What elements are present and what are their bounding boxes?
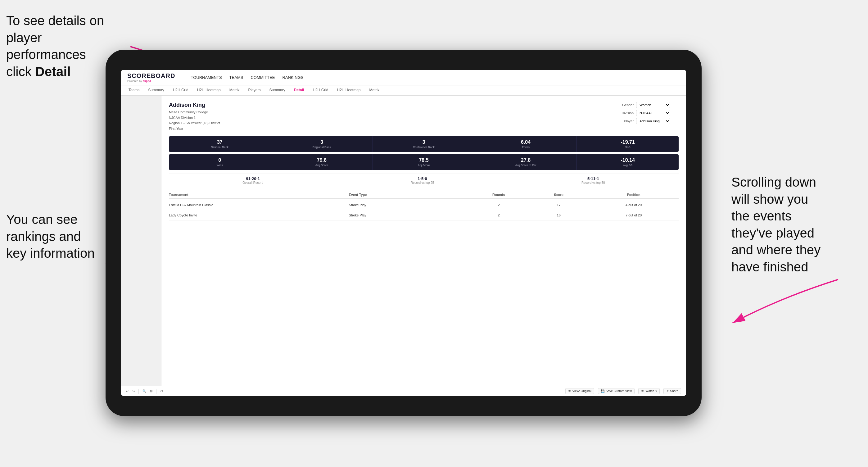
watch-chevron: ▾	[655, 390, 657, 393]
th-event-type: Event Type	[349, 193, 469, 196]
record-top50-value: 5-11-1	[582, 176, 605, 181]
subnav-h2h-grid1[interactable]: H2H Grid	[172, 85, 190, 95]
td-score-2: 16	[529, 213, 589, 217]
table-header: Tournament Event Type Rounds Score Posit…	[169, 191, 679, 199]
toolbar-sep2	[156, 389, 156, 394]
view-original-button[interactable]: 👁 View: Original	[565, 388, 594, 394]
player-name: Addison King	[169, 102, 220, 108]
annotation-bottomleft: You can see rankings and key information	[6, 211, 121, 262]
nav-links: TOURNAMENTS TEAMS COMMITTEE RANKINGS	[191, 74, 303, 81]
td-tournament-2: Lady Coyote Invite	[169, 213, 349, 217]
th-score: Score	[529, 193, 589, 196]
toolbar-clock-icon[interactable]: ⏱	[160, 390, 163, 393]
subnav-matrix2[interactable]: Matrix	[368, 85, 381, 95]
subnav-detail[interactable]: Detail	[293, 85, 306, 95]
subnav-h2h-heatmap2[interactable]: H2H Heatmap	[336, 85, 362, 95]
table-row: Estella CC- Mountain Classic Stroke Play…	[169, 200, 679, 210]
stat-points-value: 6.04	[477, 139, 574, 145]
player-region: Region 1 - Southwest (18) District	[169, 121, 220, 126]
toolbar-zoom-icon[interactable]: 🔍	[143, 390, 146, 393]
record-top25-label: Record vs top 25	[411, 181, 434, 184]
stat-sos-value: -19.71	[579, 139, 676, 145]
stat-sos-label: SoS	[579, 146, 676, 149]
stat-avg-score-par-value: 27.8	[477, 157, 574, 163]
annotation-bottomright: Scrolling down will show you the events …	[732, 174, 862, 276]
main-content: Addison King Mesa Community College NJCA…	[121, 96, 686, 386]
stat-avg-score: 79.6 Avg Score	[271, 154, 373, 170]
td-rounds-1: 2	[469, 203, 529, 207]
toolbar-redo-icon[interactable]: ↪	[132, 390, 135, 393]
th-rounds: Rounds	[469, 193, 529, 196]
player-division: NJCAA Division 1	[169, 115, 220, 121]
sidebar	[121, 96, 161, 386]
arrow-events	[702, 273, 857, 335]
stat-avg-score-par-label: Avg Score to Par	[477, 164, 574, 167]
save-icon: 💾	[601, 390, 604, 393]
records-row: 91-20-1 Overall Record 1-5-0 Record vs t…	[169, 174, 679, 187]
filter-player-select[interactable]: Addison King	[636, 118, 670, 124]
stat-conference-rank: 3 Conference Rank	[373, 136, 475, 152]
nav-bar: SCOREBOARD Powered by clippd TOURNAMENTS…	[121, 70, 686, 85]
stat-adj-score-label: Adj Score	[375, 164, 472, 167]
stat-wins: 0 Wins	[169, 154, 271, 170]
td-score-1: 17	[529, 203, 589, 207]
save-custom-button[interactable]: 💾 Save Custom View	[598, 388, 634, 394]
filter-player-row: Player Addison King	[617, 118, 679, 124]
stat-regional-rank-value: 3	[274, 139, 370, 145]
watch-button[interactable]: 👁 Watch ▾	[638, 388, 660, 394]
td-event-1: Stroke Play	[349, 203, 469, 207]
record-overall: 91-20-1 Overall Record	[243, 176, 263, 184]
stat-sos: -19.71 SoS	[577, 136, 679, 152]
record-top25: 1-5-0 Record vs top 25	[411, 176, 434, 184]
filter-division-label: Division	[617, 111, 633, 115]
record-top50-label: Record vs top 50	[582, 181, 605, 184]
view-original-icon: 👁	[568, 390, 571, 393]
nav-tournaments[interactable]: TOURNAMENTS	[191, 74, 222, 81]
player-detail: Addison King Mesa Community College NJCA…	[161, 96, 686, 386]
td-tournament-1: Estella CC- Mountain Classic	[169, 203, 349, 207]
filter-division-select[interactable]: NJCAA I	[636, 110, 670, 116]
nav-committee[interactable]: COMMITTEE	[251, 74, 275, 81]
tablet: SCOREBOARD Powered by clippd TOURNAMENTS…	[105, 50, 702, 416]
th-position: Position	[589, 193, 679, 196]
tablet-screen: SCOREBOARD Powered by clippd TOURNAMENTS…	[121, 70, 686, 396]
stat-avg-sg: -10.14 Avg SG	[577, 154, 679, 170]
stat-national-rank-value: 37	[172, 139, 268, 145]
nav-rankings[interactable]: RANKINGS	[282, 74, 303, 81]
stat-regional-rank: 3 Regional Rank	[271, 136, 373, 152]
subnav-h2h-grid2[interactable]: H2H Grid	[311, 85, 330, 95]
stat-adj-score: 78.5 Adj Score	[373, 154, 475, 170]
bottom-toolbar: ↩ ↪ 🔍 ⊞ ⏱ 👁 View: Original 💾 Save Custom…	[121, 386, 686, 396]
toolbar-undo-icon[interactable]: ↩	[126, 390, 128, 393]
nav-teams[interactable]: TEAMS	[229, 74, 243, 81]
stat-adj-score-value: 78.5	[375, 157, 472, 163]
player-year: First Year	[169, 126, 220, 132]
stat-national-rank-label: National Rank	[172, 146, 268, 149]
share-button[interactable]: ↗ Share	[663, 388, 681, 394]
stat-avg-score-label: Avg Score	[274, 164, 370, 167]
stat-avg-sg-label: Avg SG	[579, 164, 676, 167]
player-college: Mesa Community College	[169, 110, 220, 115]
watch-icon: 👁	[641, 390, 644, 393]
logo-area: SCOREBOARD Powered by clippd	[127, 72, 175, 83]
record-top50: 5-11-1 Record vs top 50	[582, 176, 605, 184]
logo-powered: Powered by clippd	[127, 80, 175, 83]
subnav-summary1[interactable]: Summary	[147, 85, 165, 95]
subnav-matrix1[interactable]: Matrix	[228, 85, 241, 95]
table-row: Lady Coyote Invite Stroke Play 2 16 7 ou…	[169, 210, 679, 220]
subnav-summary2[interactable]: Summary	[268, 85, 286, 95]
stats-row2: 0 Wins 79.6 Avg Score 78.5 Adj Score 27.…	[169, 154, 679, 170]
toolbar-fit-icon[interactable]: ⊞	[150, 390, 152, 393]
stats-row1: 37 National Rank 3 Regional Rank 3 Confe…	[169, 136, 679, 152]
filter-division-row: Division NJCAA I	[617, 110, 679, 116]
stat-regional-rank-label: Regional Rank	[274, 146, 370, 149]
filter-gender-select[interactable]: Women	[636, 102, 670, 108]
toolbar-sep1	[138, 389, 139, 394]
stat-points-label: Points	[477, 146, 574, 149]
filter-gender-row: Gender Women	[617, 102, 679, 108]
stat-avg-score-value: 79.6	[274, 157, 370, 163]
subnav-h2h-heatmap1[interactable]: H2H Heatmap	[196, 85, 222, 95]
subnav-teams[interactable]: Teams	[127, 85, 141, 95]
subnav-players[interactable]: Players	[247, 85, 262, 95]
share-icon: ↗	[666, 390, 669, 393]
